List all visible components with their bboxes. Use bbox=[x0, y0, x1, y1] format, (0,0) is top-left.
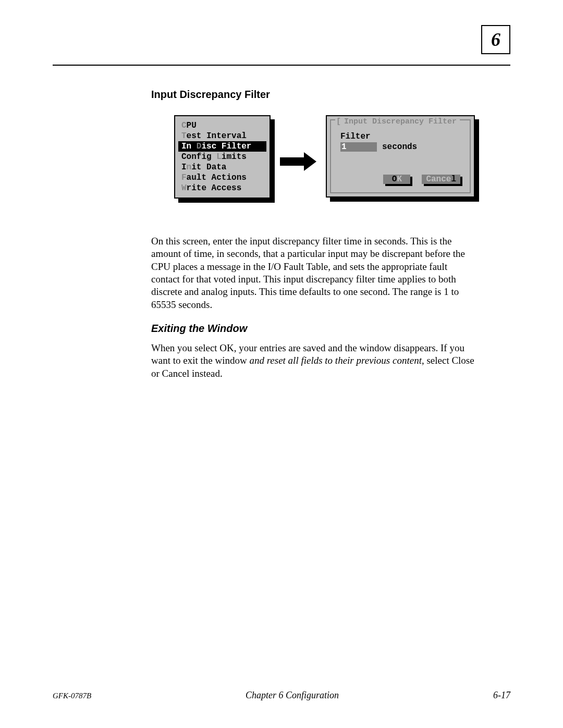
figure: CPU Test Interval In Disc Filter Config … bbox=[174, 115, 474, 204]
subheading-exiting: Exiting the Window bbox=[151, 323, 474, 335]
hotkey: O bbox=[392, 175, 397, 184]
menu-item-leader: I bbox=[181, 163, 187, 172]
menu-item-leader: Config bbox=[181, 152, 216, 162]
filter-row: 1 seconds bbox=[340, 142, 460, 152]
arrow-cell bbox=[280, 115, 316, 204]
menu-item-fault-actions[interactable]: Fault Actions bbox=[175, 172, 270, 183]
menu-item-label: est Interval bbox=[187, 131, 247, 141]
menu-panel-wrap: CPU Test Interval In Disc Filter Config … bbox=[174, 115, 271, 199]
hotkey: C bbox=[181, 121, 187, 130]
chapter-line: Chapter 6 Configuration bbox=[246, 690, 339, 701]
arrow-stem bbox=[280, 157, 304, 166]
chapter-number: 6 bbox=[491, 29, 500, 51]
menu-item-init-data[interactable]: Init Data bbox=[175, 162, 270, 172]
hotkey: T bbox=[181, 131, 187, 141]
exit-paragraph-em: and reset all fields to their previous c… bbox=[249, 355, 422, 366]
cancel-button-label: Cance bbox=[426, 175, 451, 184]
page-number: 6-17 bbox=[493, 690, 510, 701]
menu-item-label: it Data bbox=[191, 163, 226, 172]
filter-input[interactable]: 1 bbox=[340, 142, 377, 152]
menu-item-label: PU bbox=[187, 121, 197, 130]
menu-item-label: rite Access bbox=[187, 183, 242, 193]
hotkey: D bbox=[197, 142, 202, 151]
button-row: OK Cancel bbox=[383, 175, 460, 184]
seconds-label: seconds bbox=[382, 142, 417, 152]
hotkey: l bbox=[451, 175, 456, 184]
cancel-button[interactable]: Cancel bbox=[422, 175, 460, 184]
filter-label: Filter bbox=[340, 132, 460, 141]
dialog-title: Input Discrepancy Filter bbox=[341, 117, 460, 126]
ok-button[interactable]: OK bbox=[383, 175, 410, 184]
hotkey: n bbox=[187, 163, 192, 172]
menu-item-label: ault Actions bbox=[187, 173, 247, 182]
chapter-number-box: 6 bbox=[481, 25, 510, 54]
menu-panel: CPU Test Interval In Disc Filter Config … bbox=[174, 115, 271, 199]
arrow-icon bbox=[280, 152, 316, 171]
ok-button-label: K bbox=[397, 175, 402, 184]
dialog-panel-wrap: [ ] Input Discrepancy Filter Filter 1 se… bbox=[326, 115, 475, 198]
hotkey: L bbox=[216, 152, 222, 162]
menu-item-cpu[interactable]: CPU bbox=[175, 120, 270, 131]
page-footer: GFK-0787B Chapter 6 Configuration 6-17 bbox=[53, 690, 510, 701]
doc-id: GFK-0787B bbox=[53, 692, 91, 700]
exit-paragraph: When you select OK, your entries are sav… bbox=[151, 342, 474, 380]
dialog-title-row: [ ] Input Discrepancy Filter bbox=[330, 119, 471, 127]
header-rule bbox=[53, 65, 510, 66]
menu-item-label: imits bbox=[222, 152, 247, 162]
arrow-head bbox=[304, 152, 316, 171]
menu-item-test-interval[interactable]: Test Interval bbox=[175, 131, 270, 141]
menu-item-in-disc-filter[interactable]: In Disc Filter bbox=[178, 141, 266, 152]
content-area: Input Discrepancy Filter CPU Test Interv… bbox=[151, 89, 474, 391]
menu-item-leader: In bbox=[181, 142, 197, 151]
dialog-frame: [ ] Input Discrepancy Filter Filter 1 se… bbox=[330, 119, 471, 193]
cancel-button-wrap: Cancel bbox=[422, 175, 460, 184]
dialog-body: Filter 1 seconds OK Ca bbox=[340, 132, 460, 187]
section-title: Input Discrepancy Filter bbox=[151, 89, 474, 101]
menu-item-write-access[interactable]: Write Access bbox=[175, 183, 270, 193]
body-paragraph: On this screen, enter the input discrepa… bbox=[151, 235, 474, 311]
dialog-panel: [ ] Input Discrepancy Filter Filter 1 se… bbox=[326, 115, 475, 198]
hotkey: W bbox=[181, 183, 187, 193]
menu-item-label: isc Filter bbox=[201, 142, 251, 151]
ok-button-wrap: OK bbox=[383, 175, 410, 184]
menu-item-config-limits[interactable]: Config Limits bbox=[175, 152, 270, 162]
hotkey: F bbox=[181, 173, 187, 182]
